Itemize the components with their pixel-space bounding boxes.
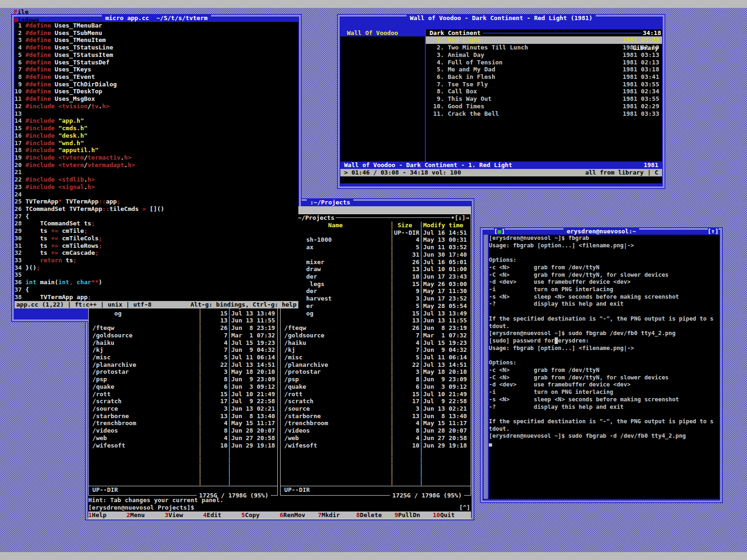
- file-row[interactable]: der │ 10│Jun 17 23:43: [281, 273, 471, 280]
- code-line[interactable]: 31 ts += cmTileRows;: [14, 242, 298, 250]
- code-line[interactable]: 8 #define Uses_TEvent: [14, 73, 298, 81]
- code-line[interactable]: 36 int main(int, char**): [14, 279, 298, 286]
- terminal-scrollbar[interactable]: [484, 235, 488, 499]
- code-line[interactable]: 4 #define Uses_TStatusLine: [14, 44, 298, 51]
- code-area[interactable]: 1 #define Uses_TMenuBar 2 #define Uses_T…: [14, 22, 298, 301]
- code-line[interactable]: 14 #include "app.h": [14, 117, 298, 125]
- track-row[interactable]: 6. Back in Flesh1981 03:41: [426, 73, 662, 81]
- track-row[interactable]: 1. Red Light1981 03:08: [426, 36, 662, 44]
- fkey-mkdir[interactable]: 7Mkdir: [318, 511, 356, 519]
- history-scroll-marker[interactable]: [^]: [459, 504, 470, 511]
- zoom-button[interactable]: [↑]: [708, 228, 719, 235]
- file-row[interactable]: /psp │ 8│Jun 9 23:09: [89, 376, 277, 383]
- code-line[interactable]: 2 #define Uses_TSubMenu: [14, 29, 298, 37]
- file-row[interactable]: /protostar │ 3│May 18 20:10: [281, 368, 471, 376]
- code-line[interactable]: 17 #include "wnd.h": [14, 140, 298, 147]
- code-line[interactable]: 6 #define Uses_TStatusDef: [14, 59, 298, 66]
- file-row[interactable]: /psp │ 8│Jun 9 23:09: [281, 376, 471, 383]
- file-row[interactable]: /protostar │ 3│May 18 20:10: [89, 368, 277, 376]
- window-title-bar[interactable]: Wall of Voodoo - Dark Continent - Red Li…: [337, 14, 665, 21]
- file-row[interactable]: /haiku │ 4│Jul 15 19:23: [89, 339, 277, 347]
- fkey-renmov[interactable]: 6RenMov: [280, 511, 318, 519]
- fkey-quit[interactable]: 10Quit: [433, 511, 471, 519]
- file-row[interactable]: /starborne │ 13│Jun 8 13:40: [89, 413, 277, 420]
- code-line[interactable]: 20 #include <tvterm/vtermadapt.h>: [14, 161, 298, 169]
- file-row[interactable]: /goldsource │ 7│Mar 1 07:32: [281, 332, 471, 339]
- file-row[interactable]: │ 13│Jun 13 11:55: [281, 317, 471, 324]
- file-row[interactable]: /quake │ 6│Jun 3 09:12: [281, 383, 471, 391]
- file-row[interactable]: /starborne │ 13│Jun 8 13:40: [281, 413, 471, 420]
- file-row[interactable]: /misc │ 5│Jul 11 06:14: [281, 354, 471, 361]
- fkey-view[interactable]: 3View: [165, 511, 203, 519]
- code-line[interactable]: 34 }();: [14, 264, 298, 272]
- code-line[interactable]: 26 TCommandSet TVTermApp::tileCmds = [](…: [14, 205, 298, 213]
- file-row[interactable]: /planarchive │ 22│Jul 13 14:51: [89, 361, 277, 369]
- fm-prompt-row[interactable]: [erysdren@nuevosol Projects]$ [^]: [88, 504, 471, 511]
- file-row[interactable]: /wifesoft │ 10│Jun 29 19:18: [89, 442, 277, 449]
- fkey-copy[interactable]: 5Copy: [241, 511, 280, 519]
- file-row[interactable]: /source │ 3│Jun 13 02:21: [89, 405, 277, 413]
- track-row[interactable]: 4. Full of Tension1981 02:13: [426, 59, 662, 66]
- code-line[interactable]: 29 ts += cmTile;: [14, 227, 298, 235]
- track-row[interactable]: 10. Good Times1981 02:29: [426, 103, 662, 110]
- window-title-bar[interactable]: erysdren@nuevosol:~: [480, 228, 723, 235]
- terminal-content[interactable]: [erysdren@nuevosol ~]$ fbgrabUsage: fbgr…: [489, 235, 719, 499]
- file-row[interactable]: harvest │ 3│Jun 17 23:52: [281, 295, 471, 302]
- code-line[interactable]: 19 #include <tvterm/termactiv.h>: [14, 154, 298, 161]
- file-row[interactable]: /web │ 4│Jun 27 20:58: [281, 434, 471, 442]
- code-line[interactable]: 27 {: [14, 213, 298, 220]
- file-row[interactable]: /goldsource │ 7│Mar 1 07:32: [89, 332, 277, 339]
- track-row[interactable]: 11. Crack the Bell1981 03:33: [426, 110, 662, 118]
- code-line[interactable]: 18 #include "apputil.h": [14, 147, 298, 154]
- code-line[interactable]: 32 ts += cmCascade;: [14, 249, 298, 257]
- file-row[interactable]: /planarchive │ 22│Jul 13 14:51: [281, 361, 471, 369]
- file-row[interactable]: /haiku │ 4│Jul 15 19:23: [281, 339, 471, 347]
- file-row[interactable]: /fteqw │ 26│Jun 8 23:19: [281, 324, 471, 332]
- code-line[interactable]: 11 #define Uses_MsgBox: [14, 95, 298, 103]
- file-row[interactable]: │ 13│Jun 13 11:55: [89, 317, 277, 324]
- track-row[interactable]: 8. Call Box1981 02:34: [426, 88, 662, 95]
- code-line[interactable]: 24: [14, 191, 298, 198]
- file-row[interactable]: /trenchbroom │ 4│May 15 11:17: [281, 420, 471, 427]
- file-row[interactable]: /wifesoft │ 10│Jun 29 19:18: [281, 442, 471, 449]
- file-row[interactable]: ax │ 5│Jun 11 03:52: [281, 244, 471, 251]
- fkey-help[interactable]: 1Help: [88, 511, 127, 519]
- file-row[interactable]: /kj │ 7│Jun 9 04:32: [281, 346, 471, 354]
- code-line[interactable]: 12 #include <tvision/tv.h>: [14, 103, 298, 110]
- file-row[interactable]: /scratch │ 17│Jul 9 22:58: [281, 398, 471, 405]
- code-line[interactable]: 37 {: [14, 286, 298, 294]
- code-line[interactable]: 38 TVTermApp app;: [14, 294, 298, 301]
- code-line[interactable]: 9 #define Uses_TChDirDialog: [14, 81, 298, 88]
- file-row[interactable]: /kj │ 7│Jun 9 04:32: [89, 346, 277, 354]
- code-line[interactable]: 7 #define Uses_TKeys: [14, 66, 298, 73]
- code-line[interactable]: 33 return ts;: [14, 257, 298, 264]
- code-line[interactable]: 13: [14, 110, 298, 118]
- file-row[interactable]: draw │ 13│Jul 10 01:00: [281, 266, 471, 273]
- fkey-edit[interactable]: 4Edit: [203, 511, 241, 519]
- code-line[interactable]: 22 #include <stdlib.h>: [14, 176, 298, 183]
- fkey-delete[interactable]: 8Delete: [356, 511, 395, 519]
- file-row[interactable]: er │ 5│May 28 05:54: [281, 302, 471, 310]
- file-row[interactable]: og │ 15│Jul 13 13:49: [89, 310, 277, 317]
- fkey-pulldn[interactable]: 9PullDn: [395, 511, 433, 519]
- code-line[interactable]: 21: [14, 168, 298, 176]
- artist-row-selected[interactable]: Wall Of Voodoo: [340, 29, 425, 37]
- file-row[interactable]: /trenchbroom │ 4│May 15 11:17: [89, 420, 277, 427]
- file-row[interactable]: sh-1000 │ 4│May 13 00:31: [281, 236, 471, 244]
- file-row[interactable]: /videos │ 8│Jun 28 20:07: [281, 427, 471, 434]
- close-button[interactable]: [■]: [494, 228, 505, 235]
- track-row[interactable]: 2. Two Minutes Till Lunch1981 02:19: [426, 44, 662, 51]
- code-line[interactable]: 16 #include "desk.h": [14, 132, 298, 140]
- file-row[interactable]: │ 31│Jun 30 17:40: [281, 251, 471, 259]
- file-row[interactable]: /videos │ 8│Jun 28 20:07: [89, 427, 277, 434]
- file-row[interactable]: /fteqw │ 26│Jun 8 23:19: [89, 324, 277, 332]
- code-line[interactable]: 1 #define Uses_TMenuBar: [14, 22, 298, 29]
- artist-list-pane[interactable]: Wall Of Voodoo: [340, 29, 425, 161]
- track-row[interactable]: 5. Me and My Dad1981 03:18: [426, 66, 662, 73]
- code-line[interactable]: 30 ts += cmTileCols;: [14, 235, 298, 242]
- file-row[interactable]: /rott │ 15│Jul 10 21:49: [281, 391, 471, 398]
- fm-panel-right[interactable]: ~/Projects•[↓]→ Name │ Size │Modify time…: [280, 214, 471, 496]
- panel-sort-scroll-icon[interactable]: •[↓]→: [451, 214, 470, 222]
- track-row[interactable]: 7. Tse Tse Fly1981 03:55: [426, 81, 662, 88]
- code-line[interactable]: 35: [14, 271, 298, 279]
